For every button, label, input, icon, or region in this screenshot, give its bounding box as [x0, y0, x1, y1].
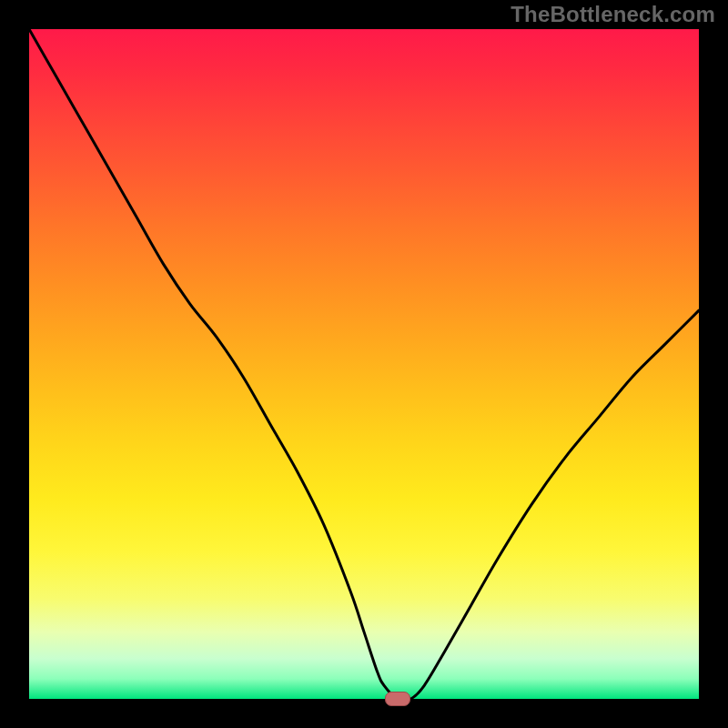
chart-frame: TheBottleneck.com	[0, 0, 728, 728]
minimum-marker	[385, 692, 410, 706]
watermark-text: TheBottleneck.com	[511, 2, 715, 27]
plot-area	[29, 29, 699, 699]
bottleneck-curve	[29, 29, 699, 699]
